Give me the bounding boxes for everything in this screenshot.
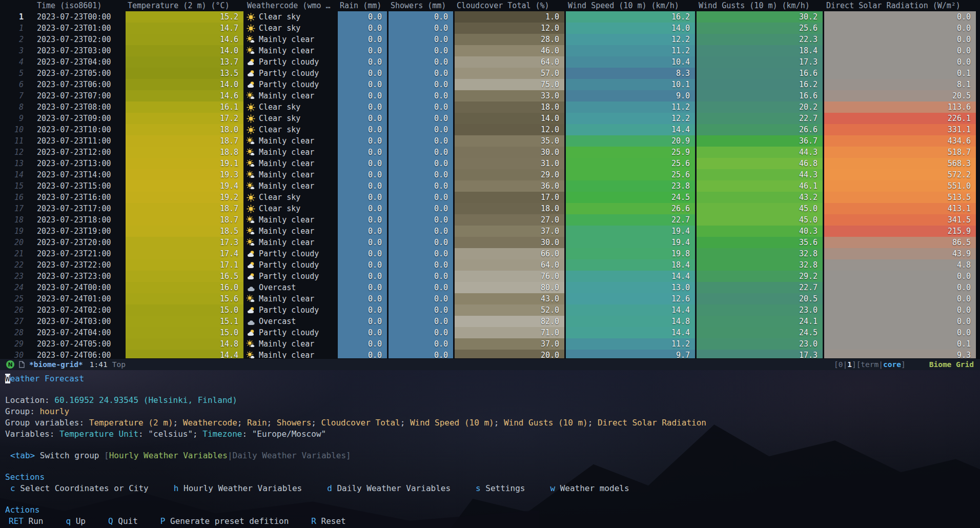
cell-cloudcover: 12.0 <box>455 23 564 34</box>
section-item-select-coordinates-or-city[interactable]: c Select Coordinates or City <box>10 483 149 494</box>
action-item-generate-preset-defition[interactable]: P Generate preset defition <box>160 516 289 527</box>
table-row: 162023-07-23T16:0019.2Clear sky0.00.017.… <box>0 192 980 203</box>
line-number: 13 <box>0 158 28 169</box>
sun-behind-cloud-icon <box>247 250 255 258</box>
weather-label: Mainly clear <box>259 180 314 192</box>
column-header-solar: Direct Solar Radiation (W/m²) <box>824 0 976 11</box>
action-key[interactable]: Q <box>108 516 113 526</box>
section-item-settings[interactable]: s Settings <box>476 483 525 494</box>
action-key[interactable]: RET <box>9 516 24 526</box>
switch-group-line: <tab> Switch group [Hourly Weather Varia… <box>5 450 980 461</box>
cell-temperature: 14.6 <box>126 34 243 45</box>
sun-small-cloud-icon <box>247 295 255 303</box>
sun-icon <box>247 126 255 134</box>
biome-weather-grid[interactable]: Time (iso8601)Temperature (2 m) (°C)Weat… <box>0 0 980 358</box>
tab-option-daily[interactable]: Daily Weather Variables <box>233 451 346 460</box>
panel-title: eather Forecast <box>10 374 85 383</box>
cell-time: 2023-07-23T22:00 <box>29 259 124 271</box>
table-row: 42023-07-23T04:0013.7Partly cloudy0.00.0… <box>0 56 980 68</box>
gutter-header <box>0 0 28 11</box>
location-coordinates[interactable]: 60.16952 24.93545 <box>54 395 138 405</box>
line-number: 23 <box>0 271 28 282</box>
cell-showers: 0.0 <box>389 316 453 327</box>
cell-showers: 0.0 <box>389 169 453 180</box>
cell-solar: 0.0 <box>824 23 976 34</box>
cell-time: 2023-07-23T14:00 <box>29 169 124 180</box>
cell-rain: 0.0 <box>338 316 387 327</box>
section-item-daily-weather-variables[interactable]: d Daily Weather Variables <box>327 483 451 494</box>
cell-temperature: 15.0 <box>126 304 243 316</box>
cell-rain: 0.0 <box>338 56 387 68</box>
cell-cloudcover: 31.0 <box>455 158 564 169</box>
cell-solar: 513.5 <box>824 192 976 203</box>
table-row: 242023-07-24T00:0016.0Overcast0.00.080.0… <box>0 282 980 293</box>
cell-solar: 331.1 <box>824 124 976 135</box>
action-item-run[interactable]: RET Run <box>9 516 43 527</box>
sun-icon <box>247 114 255 123</box>
action-key[interactable]: q <box>66 516 71 526</box>
weather-label: Partly cloudy <box>259 259 319 271</box>
cell-rain: 0.0 <box>338 203 387 214</box>
cell-solar: 0.0 <box>824 45 976 56</box>
cell-weathercode: Mainly clear <box>245 226 336 237</box>
table-row: 202023-07-23T20:0017.3Mainly clear0.00.0… <box>0 237 980 248</box>
buffer-name[interactable]: *biome-grid* <box>29 360 83 369</box>
line-number: 7 <box>0 90 28 101</box>
line-number: 9 <box>0 113 28 124</box>
section-key[interactable]: d <box>327 483 332 493</box>
cell-time: 2023-07-23T15:00 <box>29 180 124 192</box>
cell-cloudcover: 17.0 <box>455 192 564 203</box>
cell-temperature: 17.3 <box>126 237 243 248</box>
sun-small-cloud-icon <box>247 171 255 179</box>
cell-solar: 0.0 <box>824 293 976 304</box>
weather-label: Mainly clear <box>259 169 314 180</box>
action-label: Run <box>29 516 44 526</box>
cell-cloudcover: 52.0 <box>455 304 564 316</box>
line-number: 1 <box>0 23 28 34</box>
action-item-reset[interactable]: R Reset <box>311 516 345 527</box>
action-item-up[interactable]: q Up <box>66 516 86 527</box>
cell-solar: 20.5 <box>824 90 976 101</box>
cell-wind-speed: 14.4 <box>566 124 695 135</box>
cell-wind-speed: 8.3 <box>566 68 695 79</box>
cell-time: 2023-07-23T20:00 <box>29 237 124 248</box>
section-key[interactable]: s <box>476 483 481 493</box>
cell-showers: 0.0 <box>389 135 453 147</box>
buffer-heading: Weather Forecast <box>5 373 980 384</box>
cell-cloudcover: 35.0 <box>455 135 564 147</box>
bracket-close: ] <box>346 451 351 460</box>
group-variable: Showers <box>277 418 311 428</box>
weather-label: Mainly clear <box>259 45 314 56</box>
table-row: 82023-07-23T08:0016.1Clear sky0.00.018.0… <box>0 101 980 113</box>
cell-wind-speed: 23.8 <box>566 180 695 192</box>
major-mode-name: Biome Grid <box>929 360 974 369</box>
cell-showers: 0.0 <box>389 237 453 248</box>
tab-keybinding[interactable]: <tab> <box>10 451 35 460</box>
cell-rain: 0.0 <box>338 271 387 282</box>
section-label: Settings <box>485 483 525 493</box>
cell-rain: 0.0 <box>338 237 387 248</box>
section-key[interactable]: w <box>550 483 555 493</box>
section-item-hourly-weather-variables[interactable]: h Hourly Weather Variables <box>174 483 302 494</box>
cell-solar: 0.0 <box>824 271 976 282</box>
blank-line <box>5 440 980 450</box>
action-key[interactable]: P <box>160 516 166 526</box>
tab-option-hourly[interactable]: Hourly Weather Variables <box>109 451 228 460</box>
weather-label: Partly cloudy <box>259 79 319 90</box>
cell-showers: 0.0 <box>389 214 453 226</box>
cell-weathercode: Mainly clear <box>245 237 336 248</box>
section-key[interactable]: h <box>174 483 179 493</box>
cell-wind-speed: 25.6 <box>566 169 695 180</box>
action-item-quit[interactable]: Q Quit <box>108 516 138 527</box>
cell-rain: 0.0 <box>338 68 387 79</box>
weather-label: Mainly clear <box>259 237 314 248</box>
sun-icon <box>247 193 255 202</box>
cell-rain: 0.0 <box>338 327 387 338</box>
section-item-weather-models[interactable]: w Weather models <box>550 483 629 494</box>
cell-wind-gusts: 30.2 <box>697 11 823 23</box>
cell-temperature: 18.5 <box>126 226 243 237</box>
cell-showers: 0.0 <box>389 45 453 56</box>
weather-label: Mainly clear <box>259 338 314 350</box>
action-key[interactable]: R <box>311 516 316 526</box>
section-key[interactable]: c <box>10 483 15 493</box>
